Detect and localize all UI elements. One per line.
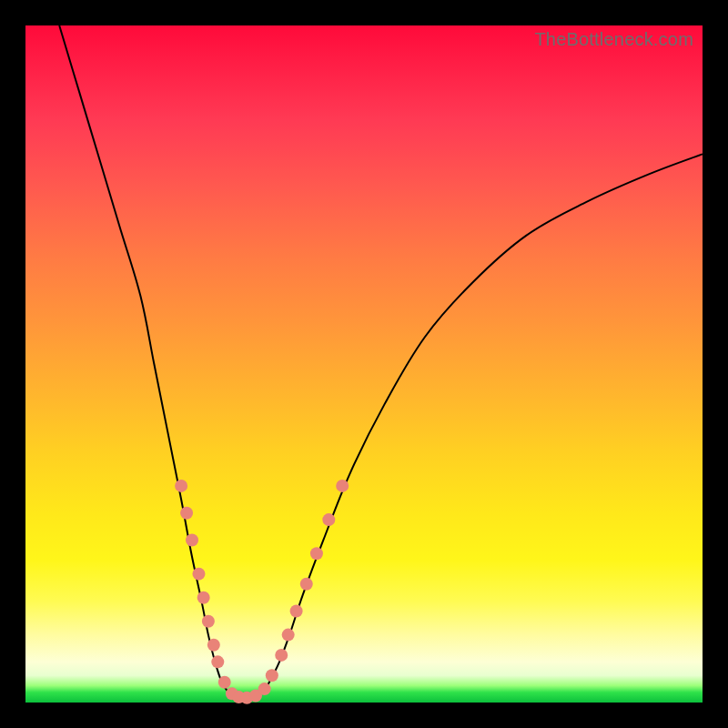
highlight-dot <box>322 513 335 526</box>
highlight-dot <box>218 676 231 689</box>
highlight-dot <box>258 682 271 695</box>
highlight-dot <box>211 655 224 668</box>
highlight-dot <box>175 480 187 492</box>
highlight-dot <box>202 615 215 628</box>
highlight-dot <box>192 568 205 581</box>
highlight-dot <box>310 547 323 560</box>
v-curve <box>59 25 703 700</box>
highlight-dot <box>186 533 198 546</box>
chart-frame: TheBottleneck.com <box>0 0 728 728</box>
highlight-dot <box>207 639 220 652</box>
highlight-dot <box>282 629 295 642</box>
highlight-dot <box>275 649 288 662</box>
highlight-dot <box>290 605 303 618</box>
plot-area: TheBottleneck.com <box>25 25 703 703</box>
highlight-dot <box>180 507 193 520</box>
highlight-dots-group <box>175 480 349 704</box>
highlight-dot <box>197 592 210 604</box>
highlight-dot <box>300 578 313 591</box>
highlight-dot <box>266 669 278 682</box>
chart-overlay <box>25 25 703 703</box>
highlight-dot <box>336 480 349 492</box>
